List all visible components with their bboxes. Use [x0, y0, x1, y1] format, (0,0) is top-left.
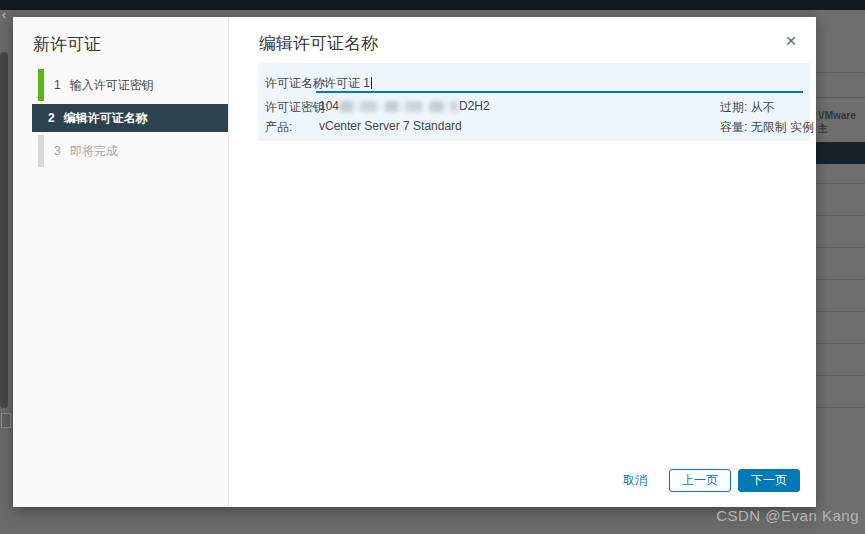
table-row-divider [816, 97, 865, 98]
table-row-divider [816, 279, 865, 280]
capacity-field: 容量: 无限制 实例 [720, 119, 814, 136]
previous-page-button[interactable]: 上一页 [669, 469, 731, 492]
wizard-sidebar: 新许可证 1 输入许可证密钥 2 编辑许可证名称 3 即将完成 [13, 17, 229, 507]
table-header-line1: VMware [818, 110, 856, 121]
license-form: 许可证名称: 许可证 1 许可证密钥: 104D2H2 过期: 从不 产品: v… [258, 63, 810, 141]
table-row-divider [816, 72, 865, 73]
table-row-divider [816, 375, 865, 376]
dialog-content: 编辑许可证名称 × 许可证名称: 许可证 1 许可证密钥: 104D2H2 过期… [229, 17, 816, 507]
background-widget [1, 413, 11, 428]
step-label: 编辑许可证名称 [64, 110, 148, 127]
license-key-prefix: 104 [319, 99, 339, 113]
table-row-divider [816, 215, 865, 216]
text-caret [371, 77, 372, 89]
product-value: vCenter Server 7 Standard [319, 119, 462, 133]
license-key-suffix: D2H2 [459, 99, 490, 113]
table-row-divider [816, 343, 865, 344]
watermark-text: CSDN @Evan Kang [716, 507, 859, 524]
expiry-field: 过期: 从不 [720, 99, 775, 116]
license-name-input[interactable]: 许可证 1 [324, 75, 372, 92]
expiry-value: 从不 [751, 100, 775, 114]
table-header-line2: 主 [818, 123, 828, 134]
wizard-title: 新许可证 [33, 33, 101, 56]
table-row-divider [816, 183, 865, 184]
cancel-button[interactable]: 取消 [623, 469, 647, 492]
table-row-divider [816, 311, 865, 312]
app-top-bar [0, 0, 865, 10]
step-number: 1 [54, 78, 61, 92]
product-label: 产品: [265, 119, 292, 136]
license-name-value: 许可证 1 [324, 76, 370, 90]
close-icon[interactable]: × [780, 30, 802, 52]
wizard-steps: 1 输入许可证密钥 2 编辑许可证名称 3 即将完成 [32, 69, 228, 170]
wizard-step-finish[interactable]: 3 即将完成 [38, 135, 228, 167]
table-row-divider [816, 407, 865, 408]
license-name-label: 许可证名称: [265, 75, 328, 92]
step-number: 3 [54, 144, 61, 158]
new-license-dialog: 新许可证 1 输入许可证密钥 2 编辑许可证名称 3 即将完成 编辑许可证名称 … [13, 17, 816, 507]
dialog-footer: 取消 上一页 下一页 [623, 469, 800, 492]
table-selected-row [816, 142, 865, 164]
next-page-button[interactable]: 下一页 [738, 469, 800, 492]
step-number: 2 [48, 111, 55, 125]
capacity-label: 容量: [720, 120, 747, 134]
table-row-divider [816, 247, 865, 248]
step-label: 输入许可证密钥 [70, 77, 154, 94]
step-label: 即将完成 [70, 143, 118, 160]
wizard-step-edit-name[interactable]: 2 编辑许可证名称 [32, 104, 228, 132]
collapse-chevron-icon[interactable]: ‹ [2, 9, 6, 21]
dialog-title: 编辑许可证名称 [259, 32, 378, 55]
background-scrollbar[interactable] [0, 52, 8, 408]
capacity-value: 无限制 实例 [751, 120, 814, 134]
license-key-value: 104D2H2 [319, 99, 490, 113]
input-underline [316, 91, 803, 93]
wizard-step-enter-key[interactable]: 1 输入许可证密钥 [38, 69, 228, 101]
screen: ‹ VMware 主 新许可证 1 输入许可证密钥 2 [0, 0, 865, 534]
table-header-text: VMware 主 [818, 109, 856, 135]
expiry-label: 过期: [720, 100, 747, 114]
license-key-redacted [340, 101, 458, 112]
background-license-table: VMware 主 [816, 10, 865, 534]
